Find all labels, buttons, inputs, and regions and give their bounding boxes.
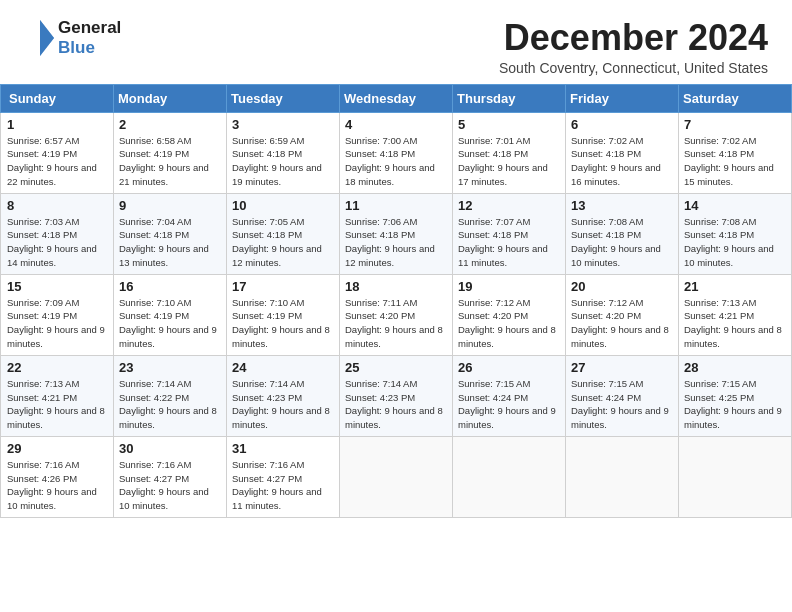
logo-general: General <box>58 18 121 38</box>
calendar-cell <box>679 436 792 517</box>
day-number: 10 <box>232 198 334 213</box>
calendar-cell: 9 Sunrise: 7:04 AMSunset: 4:18 PMDayligh… <box>114 193 227 274</box>
day-detail: Sunrise: 7:14 AMSunset: 4:22 PMDaylight:… <box>119 378 217 430</box>
day-detail: Sunrise: 7:16 AMSunset: 4:27 PMDaylight:… <box>232 459 322 511</box>
day-detail: Sunrise: 7:04 AMSunset: 4:18 PMDaylight:… <box>119 216 209 268</box>
calendar-cell: 1 Sunrise: 6:57 AMSunset: 4:19 PMDayligh… <box>1 112 114 193</box>
day-header-sunday: Sunday <box>1 84 114 112</box>
calendar-cell: 2 Sunrise: 6:58 AMSunset: 4:19 PMDayligh… <box>114 112 227 193</box>
day-detail: Sunrise: 7:15 AMSunset: 4:24 PMDaylight:… <box>571 378 669 430</box>
day-detail: Sunrise: 7:07 AMSunset: 4:18 PMDaylight:… <box>458 216 548 268</box>
day-number: 14 <box>684 198 786 213</box>
day-number: 29 <box>7 441 108 456</box>
day-number: 27 <box>571 360 673 375</box>
day-detail: Sunrise: 7:14 AMSunset: 4:23 PMDaylight:… <box>345 378 443 430</box>
calendar-cell: 25 Sunrise: 7:14 AMSunset: 4:23 PMDaylig… <box>340 355 453 436</box>
day-number: 18 <box>345 279 447 294</box>
page-subtitle: South Coventry, Connecticut, United Stat… <box>499 60 768 76</box>
calendar-cell <box>453 436 566 517</box>
day-number: 3 <box>232 117 334 132</box>
day-detail: Sunrise: 6:59 AMSunset: 4:18 PMDaylight:… <box>232 135 322 187</box>
calendar-cell: 28 Sunrise: 7:15 AMSunset: 4:25 PMDaylig… <box>679 355 792 436</box>
calendar-cell: 6 Sunrise: 7:02 AMSunset: 4:18 PMDayligh… <box>566 112 679 193</box>
day-number: 13 <box>571 198 673 213</box>
day-detail: Sunrise: 7:10 AMSunset: 4:19 PMDaylight:… <box>119 297 217 349</box>
calendar-cell: 19 Sunrise: 7:12 AMSunset: 4:20 PMDaylig… <box>453 274 566 355</box>
calendar-cell: 31 Sunrise: 7:16 AMSunset: 4:27 PMDaylig… <box>227 436 340 517</box>
day-header-thursday: Thursday <box>453 84 566 112</box>
day-detail: Sunrise: 7:03 AMSunset: 4:18 PMDaylight:… <box>7 216 97 268</box>
day-number: 17 <box>232 279 334 294</box>
day-number: 20 <box>571 279 673 294</box>
day-number: 8 <box>7 198 108 213</box>
logo-blue: Blue <box>58 38 121 58</box>
calendar-cell: 13 Sunrise: 7:08 AMSunset: 4:18 PMDaylig… <box>566 193 679 274</box>
day-detail: Sunrise: 7:13 AMSunset: 4:21 PMDaylight:… <box>684 297 782 349</box>
day-detail: Sunrise: 7:05 AMSunset: 4:18 PMDaylight:… <box>232 216 322 268</box>
day-detail: Sunrise: 7:12 AMSunset: 4:20 PMDaylight:… <box>571 297 669 349</box>
calendar-cell: 4 Sunrise: 7:00 AMSunset: 4:18 PMDayligh… <box>340 112 453 193</box>
day-number: 2 <box>119 117 221 132</box>
day-number: 28 <box>684 360 786 375</box>
day-detail: Sunrise: 7:06 AMSunset: 4:18 PMDaylight:… <box>345 216 435 268</box>
day-number: 26 <box>458 360 560 375</box>
day-detail: Sunrise: 6:57 AMSunset: 4:19 PMDaylight:… <box>7 135 97 187</box>
day-number: 24 <box>232 360 334 375</box>
calendar-cell: 5 Sunrise: 7:01 AMSunset: 4:18 PMDayligh… <box>453 112 566 193</box>
svg-marker-1 <box>40 20 54 56</box>
calendar-cell: 23 Sunrise: 7:14 AMSunset: 4:22 PMDaylig… <box>114 355 227 436</box>
day-detail: Sunrise: 7:11 AMSunset: 4:20 PMDaylight:… <box>345 297 443 349</box>
calendar-cell: 15 Sunrise: 7:09 AMSunset: 4:19 PMDaylig… <box>1 274 114 355</box>
day-detail: Sunrise: 7:08 AMSunset: 4:18 PMDaylight:… <box>571 216 661 268</box>
day-number: 22 <box>7 360 108 375</box>
day-number: 12 <box>458 198 560 213</box>
day-header-tuesday: Tuesday <box>227 84 340 112</box>
day-number: 1 <box>7 117 108 132</box>
day-detail: Sunrise: 7:16 AMSunset: 4:27 PMDaylight:… <box>119 459 209 511</box>
calendar-cell: 14 Sunrise: 7:08 AMSunset: 4:18 PMDaylig… <box>679 193 792 274</box>
calendar-cell: 17 Sunrise: 7:10 AMSunset: 4:19 PMDaylig… <box>227 274 340 355</box>
calendar-cell: 29 Sunrise: 7:16 AMSunset: 4:26 PMDaylig… <box>1 436 114 517</box>
calendar-cell: 20 Sunrise: 7:12 AMSunset: 4:20 PMDaylig… <box>566 274 679 355</box>
calendar-cell: 7 Sunrise: 7:02 AMSunset: 4:18 PMDayligh… <box>679 112 792 193</box>
calendar-cell: 3 Sunrise: 6:59 AMSunset: 4:18 PMDayligh… <box>227 112 340 193</box>
day-detail: Sunrise: 7:09 AMSunset: 4:19 PMDaylight:… <box>7 297 105 349</box>
calendar-cell: 10 Sunrise: 7:05 AMSunset: 4:18 PMDaylig… <box>227 193 340 274</box>
day-number: 19 <box>458 279 560 294</box>
logo: General Blue <box>24 18 121 58</box>
page-header: General Blue December 2024 South Coventr… <box>0 0 792 84</box>
calendar-cell: 18 Sunrise: 7:11 AMSunset: 4:20 PMDaylig… <box>340 274 453 355</box>
day-detail: Sunrise: 7:10 AMSunset: 4:19 PMDaylight:… <box>232 297 330 349</box>
day-number: 11 <box>345 198 447 213</box>
calendar-cell <box>340 436 453 517</box>
page-title: December 2024 <box>499 18 768 58</box>
calendar-cell: 30 Sunrise: 7:16 AMSunset: 4:27 PMDaylig… <box>114 436 227 517</box>
calendar-cell: 27 Sunrise: 7:15 AMSunset: 4:24 PMDaylig… <box>566 355 679 436</box>
day-detail: Sunrise: 7:14 AMSunset: 4:23 PMDaylight:… <box>232 378 330 430</box>
calendar-cell: 24 Sunrise: 7:14 AMSunset: 4:23 PMDaylig… <box>227 355 340 436</box>
calendar-cell: 16 Sunrise: 7:10 AMSunset: 4:19 PMDaylig… <box>114 274 227 355</box>
day-number: 9 <box>119 198 221 213</box>
day-number: 21 <box>684 279 786 294</box>
day-detail: Sunrise: 7:15 AMSunset: 4:24 PMDaylight:… <box>458 378 556 430</box>
day-detail: Sunrise: 7:13 AMSunset: 4:21 PMDaylight:… <box>7 378 105 430</box>
day-detail: Sunrise: 7:15 AMSunset: 4:25 PMDaylight:… <box>684 378 782 430</box>
day-number: 25 <box>345 360 447 375</box>
day-detail: Sunrise: 7:02 AMSunset: 4:18 PMDaylight:… <box>571 135 661 187</box>
day-number: 4 <box>345 117 447 132</box>
day-number: 30 <box>119 441 221 456</box>
day-detail: Sunrise: 7:16 AMSunset: 4:26 PMDaylight:… <box>7 459 97 511</box>
day-header-saturday: Saturday <box>679 84 792 112</box>
calendar-cell: 26 Sunrise: 7:15 AMSunset: 4:24 PMDaylig… <box>453 355 566 436</box>
title-block: December 2024 South Coventry, Connecticu… <box>499 18 768 76</box>
day-number: 16 <box>119 279 221 294</box>
calendar-cell: 12 Sunrise: 7:07 AMSunset: 4:18 PMDaylig… <box>453 193 566 274</box>
calendar-cell: 8 Sunrise: 7:03 AMSunset: 4:18 PMDayligh… <box>1 193 114 274</box>
day-header-friday: Friday <box>566 84 679 112</box>
calendar-cell: 21 Sunrise: 7:13 AMSunset: 4:21 PMDaylig… <box>679 274 792 355</box>
day-number: 6 <box>571 117 673 132</box>
calendar-cell: 11 Sunrise: 7:06 AMSunset: 4:18 PMDaylig… <box>340 193 453 274</box>
day-detail: Sunrise: 7:01 AMSunset: 4:18 PMDaylight:… <box>458 135 548 187</box>
day-detail: Sunrise: 7:12 AMSunset: 4:20 PMDaylight:… <box>458 297 556 349</box>
day-number: 15 <box>7 279 108 294</box>
